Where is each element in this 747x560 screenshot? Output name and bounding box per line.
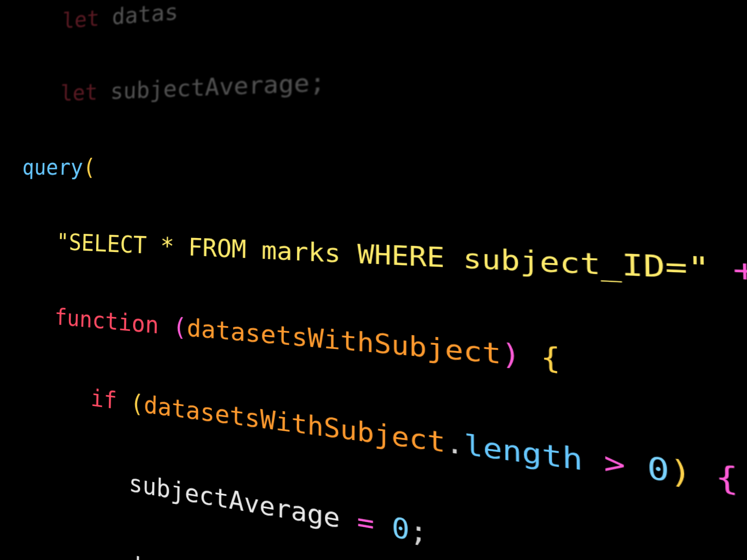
keyword-let: let	[60, 79, 98, 106]
code-line: query(	[22, 114, 747, 220]
identifier-query: query	[22, 154, 83, 180]
keyword-let: let	[62, 5, 100, 33]
property-length: length	[464, 428, 583, 476]
code-editor-view: let datas let subjectAverage; query( "SE…	[0, 0, 747, 560]
keyword-function: function	[54, 304, 159, 339]
param-datasetsWithSubject: datasetsWithSubject	[187, 314, 501, 370]
code-line: let datas	[26, 0, 747, 42]
var-subjectAverage: subjectAverage	[128, 469, 340, 534]
sql-string: "SELECT * FROM marks WHERE subject_ID="	[56, 229, 710, 286]
keyword-if: if	[91, 384, 117, 414]
code-content: let datas let subjectAverage; query( "SE…	[0, 0, 747, 560]
